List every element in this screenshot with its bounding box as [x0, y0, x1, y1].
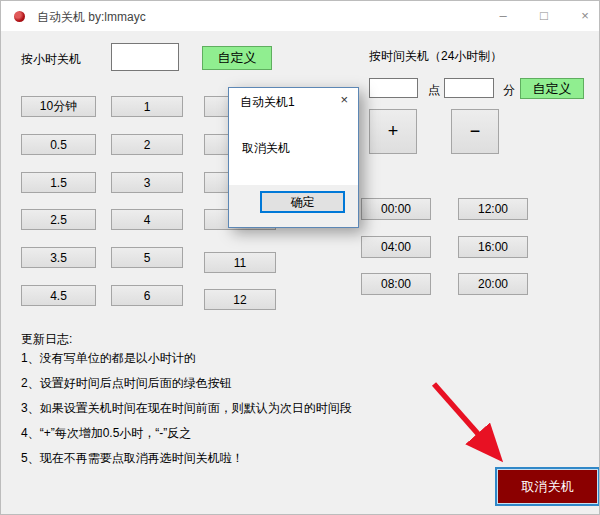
preset-button-0800[interactable]: 08:00	[361, 273, 431, 295]
changelog-title: 更新日志:	[21, 332, 352, 346]
grid-button-1-5[interactable]: 1.5	[21, 172, 96, 193]
changelog: 更新日志: 1、没有写单位的都是以小时计的 2、设置好时间后点时间后面的绿色按钮…	[21, 332, 352, 471]
hour-custom-button[interactable]: 自定义	[202, 46, 272, 70]
grid-button-4-5[interactable]: 4.5	[21, 285, 96, 306]
dialog-close-button[interactable]: ×	[340, 92, 348, 107]
red-arrow-annotation	[426, 373, 516, 471]
close-icon: ×	[581, 8, 589, 23]
preset-button-1600[interactable]: 16:00	[458, 236, 528, 258]
dialog-ok-button[interactable]: 确定	[260, 191, 345, 213]
grid-button-11[interactable]: 11	[204, 252, 276, 273]
hour-section-label: 按小时关机	[21, 51, 81, 68]
changelog-line: 3、如果设置关机时间在现在时间前面，则默认为次日的时间段	[21, 396, 352, 421]
dialog-close-icon: ×	[340, 92, 348, 107]
plus-button[interactable]: +	[369, 109, 417, 154]
changelog-line: 1、没有写单位的都是以小时计的	[21, 346, 352, 371]
hour-count-input[interactable]	[111, 43, 179, 71]
grid-button-2-5[interactable]: 2.5	[21, 209, 96, 230]
grid-button-0-5[interactable]: 0.5	[21, 134, 96, 155]
app-icon	[14, 11, 25, 22]
grid-button-4[interactable]: 4	[111, 209, 183, 230]
cancel-shutdown-button[interactable]: 取消关机	[495, 467, 600, 506]
changelog-line: 5、现在不再需要点取消再选时间关机啦！	[21, 446, 352, 471]
changelog-line: 2、设置好时间后点时间后面的绿色按钮	[21, 371, 352, 396]
hour-unit-label: 点	[428, 82, 440, 99]
grid-button-6[interactable]: 6	[111, 285, 183, 306]
dialog-message: 取消关机	[242, 140, 290, 157]
grid-button-12[interactable]: 12	[204, 289, 276, 310]
dialog-footer: 确定	[229, 185, 358, 227]
shutdown-dialog: 自动关机1 × 取消关机 确定	[228, 87, 359, 228]
minimize-icon: –	[499, 8, 506, 23]
dialog-title: 自动关机1	[240, 94, 295, 111]
hour-field[interactable]	[369, 78, 418, 98]
grid-button-5[interactable]: 5	[111, 247, 183, 268]
preset-button-0400[interactable]: 04:00	[361, 236, 431, 258]
maximize-button[interactable]: □	[524, 1, 564, 31]
grid-button-2[interactable]: 2	[111, 134, 183, 155]
grid-button-3-5[interactable]: 3.5	[21, 247, 96, 268]
preset-button-1200[interactable]: 12:00	[458, 198, 528, 220]
grid-button-3[interactable]: 3	[111, 172, 183, 193]
minus-button[interactable]: −	[451, 109, 499, 154]
preset-button-0000[interactable]: 00:00	[361, 198, 431, 220]
minute-field[interactable]	[444, 78, 494, 98]
main-window: 自动关机 by:lmmayc – □ × 按小时关机 自定义 10分钟 0.5 …	[0, 0, 600, 515]
grid-button-1[interactable]: 1	[111, 96, 183, 117]
time-section-label: 按时间关机（24小时制）	[369, 48, 502, 65]
minimize-button[interactable]: –	[483, 1, 523, 31]
close-button[interactable]: ×	[565, 1, 600, 31]
time-custom-button[interactable]: 自定义	[520, 78, 584, 99]
maximize-icon: □	[540, 8, 548, 23]
minute-unit-label: 分	[503, 82, 515, 99]
window-title: 自动关机 by:lmmayc	[37, 9, 146, 26]
grid-button-10min[interactable]: 10分钟	[21, 96, 96, 117]
preset-button-2000[interactable]: 20:00	[458, 273, 528, 295]
title-bar: 自动关机 by:lmmayc – □ ×	[1, 1, 599, 31]
changelog-line: 4、“+”每次增加0.5小时，“-”反之	[21, 421, 352, 446]
